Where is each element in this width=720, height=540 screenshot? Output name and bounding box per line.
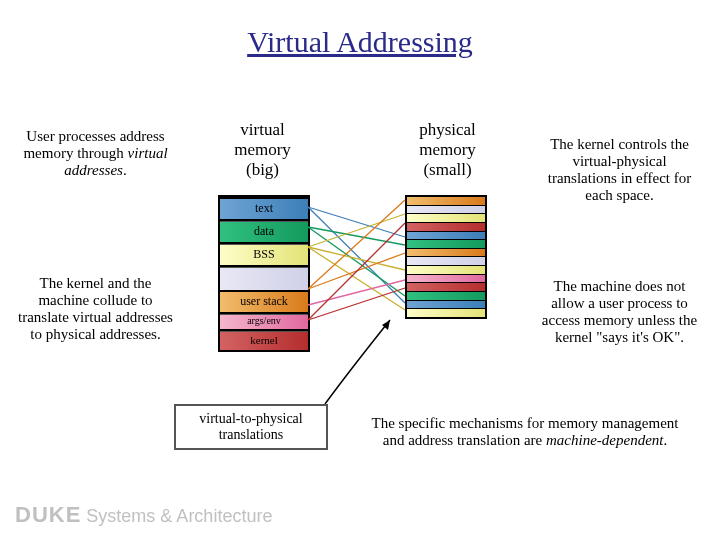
svg-line-10 (308, 223, 405, 320)
seg-args-env: args/env (220, 314, 308, 331)
right-caption-1: The kernel controls the virtual-physical… (537, 136, 702, 204)
mapping-lines (0, 0, 720, 540)
svg-line-5 (308, 247, 405, 270)
svg-line-3 (308, 227, 405, 296)
vm-label: virtualmemory(big) (215, 120, 310, 180)
svg-line-6 (308, 247, 405, 310)
left-caption-1: User processes address memory through vi… (18, 128, 173, 179)
svg-line-8 (308, 253, 405, 289)
seg-user-stack: user stack (220, 290, 308, 314)
svg-line-11 (308, 288, 405, 320)
svg-line-4 (308, 214, 405, 247)
seg-kernel: kernel (220, 331, 308, 350)
seg-text: text (220, 197, 308, 221)
svg-line-2 (308, 227, 405, 245)
phys-label: physicalmemory(small) (400, 120, 495, 180)
translations-label-box: virtual-to-physical translations (174, 404, 328, 450)
svg-line-7 (308, 200, 405, 289)
right-caption-2: The machine does not allow a user proces… (537, 278, 702, 346)
left-caption-2: The kernel and the machine collude to tr… (18, 275, 173, 343)
virtual-memory-diagram: text data BSS user stack args/env kernel (218, 195, 310, 352)
svg-marker-12 (382, 320, 390, 330)
bottom-caption: The specific mechanisms for memory manag… (360, 415, 690, 449)
physical-memory-diagram (405, 195, 487, 319)
svg-line-0 (308, 207, 405, 237)
svg-line-9 (308, 280, 405, 305)
svg-line-1 (308, 207, 405, 303)
seg-data: data (220, 221, 308, 244)
seg-bss: BSS (220, 244, 308, 267)
slide-title: Virtual Addressing (0, 25, 720, 59)
footer-brand: DUKE Systems & Architecture (15, 502, 272, 528)
seg-gap (220, 267, 308, 290)
